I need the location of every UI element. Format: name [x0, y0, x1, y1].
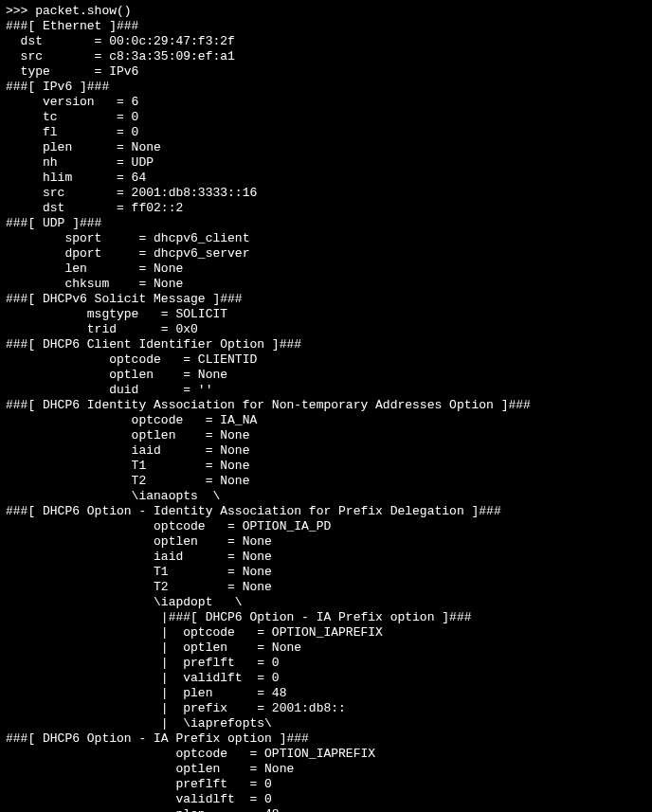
field-line: dst = ff02::2	[6, 201, 646, 216]
field-line: T2 = None	[6, 580, 646, 595]
field-line: tc = 0	[6, 110, 646, 125]
layer-header: ###[ IPv6 ]###	[6, 80, 646, 95]
field-line: T1 = None	[6, 459, 646, 474]
field-line: optlen = None	[6, 368, 646, 383]
sublayer-header: |###[ DHCP6 Option - IA Prefix option ]#…	[6, 610, 646, 625]
field-line: sport = dhcpv6_client	[6, 231, 646, 246]
subfield-line: | optcode = OPTION_IAPREFIX	[6, 625, 646, 641]
trailer-line: \iapdopt \	[6, 595, 646, 610]
field-line: iaid = None	[6, 443, 646, 459]
layer-header: ###[ UDP ]###	[6, 216, 646, 231]
layer-header: ###[ DHCP6 Option - Identity Association…	[6, 504, 646, 519]
field-line: version = 6	[6, 95, 646, 110]
layer-header: ###[ DHCP6 Client Identifier Option ]###	[6, 337, 646, 352]
field-line: chksum = None	[6, 277, 646, 292]
terminal-output: >>> packet.show()###[ Ethernet ]### dst …	[0, 0, 652, 812]
field-line: src = 2001:db8:3333::16	[6, 186, 646, 201]
field-line: optlen = None	[6, 534, 646, 550]
field-line: validlft = 0	[6, 792, 646, 807]
field-line: dport = dhcpv6_server	[6, 246, 646, 262]
layer-header: ###[ DHCPv6 Solicit Message ]###	[6, 292, 646, 307]
field-line: fl = 0	[6, 125, 646, 140]
field-line: nh = UDP	[6, 155, 646, 171]
field-line: optcode = CLIENTID	[6, 352, 646, 368]
field-line: msgtype = SOLICIT	[6, 307, 646, 322]
field-line: optcode = IA_NA	[6, 413, 646, 428]
field-line: preflft = 0	[6, 777, 646, 792]
trailer-line: \ianaopts \	[6, 489, 646, 504]
subfield-line: | optlen = None	[6, 641, 646, 656]
field-line: optcode = OPTION_IAPREFIX	[6, 747, 646, 762]
python-prompt: >>> packet.show()	[6, 4, 646, 19]
field-line: T2 = None	[6, 474, 646, 489]
subfield-line: | preflft = 0	[6, 656, 646, 671]
field-line: hlim = 64	[6, 171, 646, 186]
field-line: optlen = None	[6, 762, 646, 777]
subtrailer-line: | \iaprefopts\	[6, 716, 646, 731]
field-line: optcode = OPTION_IA_PD	[6, 519, 646, 534]
field-line: plen = None	[6, 140, 646, 155]
field-line: trid = 0x0	[6, 322, 646, 337]
subfield-line: | validlft = 0	[6, 671, 646, 686]
field-line: duid = ''	[6, 383, 646, 398]
field-line: optlen = None	[6, 428, 646, 443]
field-line: len = None	[6, 262, 646, 277]
subfield-line: | plen = 48	[6, 686, 646, 701]
layer-header: ###[ DHCP6 Option - IA Prefix option ]##…	[6, 731, 646, 747]
field-line: iaid = None	[6, 550, 646, 565]
field-line: T1 = None	[6, 565, 646, 580]
layer-header: ###[ Ethernet ]###	[6, 19, 646, 34]
field-line: plen = 48	[6, 807, 646, 812]
field-line: dst = 00:0c:29:47:f3:2f	[6, 34, 646, 49]
layer-header: ###[ DHCP6 Identity Association for Non-…	[6, 398, 646, 413]
subfield-line: | prefix = 2001:db8::	[6, 701, 646, 716]
field-line: src = c8:3a:35:09:ef:a1	[6, 49, 646, 64]
field-line: type = IPv6	[6, 64, 646, 80]
